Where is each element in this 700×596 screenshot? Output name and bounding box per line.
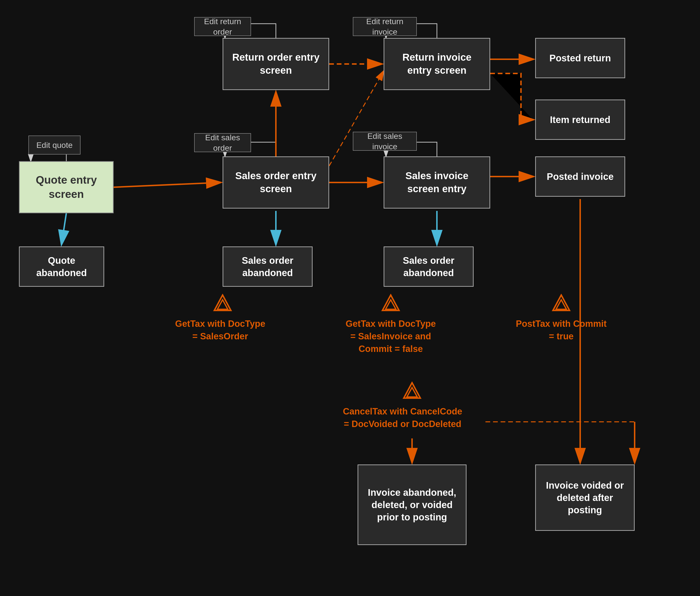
api-label-canceltax: CancelTax with CancelCode = DocVoided or…	[329, 405, 476, 430]
api-label-gettax-salesorder: GetTax with DocType = SalesOrder	[171, 318, 270, 343]
item-returned-box: Item returned	[535, 100, 625, 140]
edit-sales-invoice-label: Edit sales invoice	[353, 132, 417, 151]
diagram-container: Quote entry screen Return order entry sc…	[0, 0, 700, 596]
sales-invoice-box: Sales invoice screen entry	[384, 156, 490, 208]
edit-sales-order-label: Edit sales order	[194, 133, 251, 152]
edit-return-order-label: Edit return order	[194, 17, 251, 36]
svg-marker-23	[553, 295, 570, 311]
api-label-gettax-salesinvoice: GetTax with DocType = SalesInvoice and C…	[329, 318, 452, 355]
sales-order-abandoned2-box: Sales order abandoned	[384, 246, 474, 287]
avalara-icon-gettax-salesorder	[204, 294, 241, 317]
svg-line-15	[61, 213, 66, 244]
svg-marker-21	[383, 295, 399, 311]
return-order-box: Return order entry screen	[223, 38, 329, 90]
invoice-voided-box: Invoice voided or deleted after posting	[535, 465, 634, 531]
sales-order-box: Sales order entry screen	[223, 156, 329, 208]
avalara-icon-gettax-salesinvoice	[372, 294, 410, 317]
sales-order-abandoned1-box: Sales order abandoned	[223, 246, 313, 287]
api-label-posttax: PostTax with Commit = true	[507, 318, 616, 343]
quote-abandoned-box: Quote abandoned	[19, 246, 104, 287]
posted-return-box: Posted return	[535, 38, 625, 78]
svg-line-5	[114, 182, 220, 187]
avalara-icon-canceltax	[393, 381, 431, 405]
svg-marker-25	[404, 383, 420, 398]
posted-invoice-box: Posted invoice	[535, 156, 625, 197]
quote-entry-box: Quote entry screen	[19, 161, 114, 213]
return-invoice-box: Return invoice entry screen	[384, 38, 490, 90]
edit-quote-label: Edit quote	[28, 135, 80, 154]
avalara-icon-posttax	[542, 294, 580, 317]
invoice-abandoned-box: Invoice abandoned, deleted, or voided pr…	[358, 465, 467, 545]
edit-return-invoice-label: Edit return invoice	[353, 17, 417, 36]
svg-marker-19	[214, 295, 231, 311]
